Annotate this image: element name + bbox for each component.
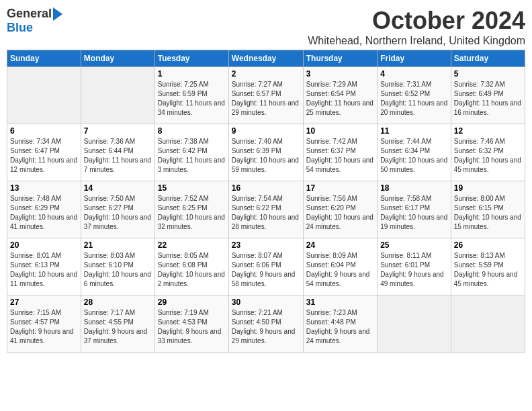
day-number: 23 <box>232 240 300 250</box>
day-number: 25 <box>380 240 448 250</box>
day-info: Sunrise: 7:50 AM Sunset: 6:27 PM Dayligh… <box>84 194 152 232</box>
logo-blue-text: Blue <box>7 21 33 35</box>
day-info: Sunrise: 8:05 AM Sunset: 6:08 PM Dayligh… <box>158 251 226 289</box>
calendar-cell: 24Sunrise: 8:09 AM Sunset: 6:04 PM Dayli… <box>303 238 377 295</box>
day-info: Sunrise: 7:38 AM Sunset: 6:42 PM Dayligh… <box>158 137 226 175</box>
day-number: 20 <box>10 240 78 250</box>
day-number: 9 <box>232 126 300 136</box>
day-number: 22 <box>158 240 226 250</box>
day-info: Sunrise: 7:48 AM Sunset: 6:29 PM Dayligh… <box>10 194 78 232</box>
day-number: 26 <box>454 240 522 250</box>
calendar-cell: 12Sunrise: 7:46 AM Sunset: 6:32 PM Dayli… <box>451 124 525 181</box>
calendar-cell: 21Sunrise: 8:03 AM Sunset: 6:10 PM Dayli… <box>81 238 154 295</box>
calendar-cell: 8Sunrise: 7:38 AM Sunset: 6:42 PM Daylig… <box>154 124 228 181</box>
header-monday: Monday <box>81 50 154 67</box>
day-info: Sunrise: 7:46 AM Sunset: 6:32 PM Dayligh… <box>454 137 522 175</box>
day-number: 14 <box>84 183 152 193</box>
calendar-cell: 30Sunrise: 7:21 AM Sunset: 4:50 PM Dayli… <box>228 295 303 353</box>
day-number: 6 <box>10 126 78 136</box>
calendar-cell: 15Sunrise: 7:52 AM Sunset: 6:25 PM Dayli… <box>154 181 228 238</box>
day-info: Sunrise: 8:09 AM Sunset: 6:04 PM Dayligh… <box>306 251 374 289</box>
day-number: 18 <box>380 183 448 193</box>
day-info: Sunrise: 7:44 AM Sunset: 6:34 PM Dayligh… <box>380 137 448 175</box>
logo: General Blue <box>7 7 62 35</box>
day-number: 4 <box>380 69 448 79</box>
title-area: October 2024 Whitehead, Northern Ireland… <box>308 7 525 47</box>
calendar-cell: 5Sunrise: 7:32 AM Sunset: 6:49 PM Daylig… <box>451 67 525 124</box>
calendar-week-5: 27Sunrise: 7:15 AM Sunset: 4:57 PM Dayli… <box>7 295 525 353</box>
day-number: 19 <box>454 183 522 193</box>
day-number: 3 <box>306 69 374 79</box>
header-thursday: Thursday <box>303 50 377 67</box>
day-number: 29 <box>158 298 226 307</box>
day-number: 12 <box>454 126 522 136</box>
day-info: Sunrise: 7:32 AM Sunset: 6:49 PM Dayligh… <box>454 80 522 118</box>
day-info: Sunrise: 7:42 AM Sunset: 6:37 PM Dayligh… <box>306 137 374 175</box>
day-info: Sunrise: 8:11 AM Sunset: 6:01 PM Dayligh… <box>380 251 448 289</box>
day-info: Sunrise: 7:52 AM Sunset: 6:25 PM Dayligh… <box>158 194 226 232</box>
day-number: 10 <box>306 126 374 136</box>
header-sunday: Sunday <box>7 50 81 67</box>
day-info: Sunrise: 7:17 AM Sunset: 4:55 PM Dayligh… <box>84 308 152 346</box>
day-info: Sunrise: 7:54 AM Sunset: 6:22 PM Dayligh… <box>232 194 300 232</box>
day-info: Sunrise: 8:01 AM Sunset: 6:13 PM Dayligh… <box>10 251 78 289</box>
calendar-cell: 3Sunrise: 7:29 AM Sunset: 6:54 PM Daylig… <box>303 67 377 124</box>
calendar-cell: 6Sunrise: 7:34 AM Sunset: 6:47 PM Daylig… <box>7 124 81 181</box>
location-subtitle: Whitehead, Northern Ireland, United King… <box>308 35 525 47</box>
day-info: Sunrise: 7:19 AM Sunset: 4:53 PM Dayligh… <box>158 308 226 346</box>
calendar-cell <box>81 67 154 124</box>
calendar-header-row: SundayMondayTuesdayWednesdayThursdayFrid… <box>7 50 525 67</box>
calendar-cell: 19Sunrise: 8:00 AM Sunset: 6:15 PM Dayli… <box>451 181 525 238</box>
calendar-cell: 29Sunrise: 7:19 AM Sunset: 4:53 PM Dayli… <box>154 295 228 353</box>
day-info: Sunrise: 7:31 AM Sunset: 6:52 PM Dayligh… <box>380 80 448 118</box>
day-number: 30 <box>232 298 300 307</box>
header-wednesday: Wednesday <box>228 50 303 67</box>
day-number: 17 <box>306 183 374 193</box>
day-number: 1 <box>158 69 226 79</box>
calendar-cell: 1Sunrise: 7:25 AM Sunset: 6:59 PM Daylig… <box>154 67 228 124</box>
calendar-cell: 25Sunrise: 8:11 AM Sunset: 6:01 PM Dayli… <box>378 238 451 295</box>
calendar-cell: 9Sunrise: 7:40 AM Sunset: 6:39 PM Daylig… <box>228 124 303 181</box>
calendar-cell: 18Sunrise: 7:58 AM Sunset: 6:17 PM Dayli… <box>378 181 451 238</box>
calendar-week-2: 6Sunrise: 7:34 AM Sunset: 6:47 PM Daylig… <box>7 124 525 181</box>
day-number: 16 <box>232 183 300 193</box>
logo-general-text: General <box>7 7 52 21</box>
day-number: 27 <box>10 298 78 307</box>
calendar-cell: 31Sunrise: 7:23 AM Sunset: 4:48 PM Dayli… <box>303 295 377 353</box>
calendar-cell: 10Sunrise: 7:42 AM Sunset: 6:37 PM Dayli… <box>303 124 377 181</box>
day-number: 11 <box>380 126 448 136</box>
calendar-cell: 4Sunrise: 7:31 AM Sunset: 6:52 PM Daylig… <box>378 67 451 124</box>
day-info: Sunrise: 8:13 AM Sunset: 5:59 PM Dayligh… <box>454 251 522 289</box>
day-info: Sunrise: 7:21 AM Sunset: 4:50 PM Dayligh… <box>232 308 300 346</box>
day-number: 31 <box>306 298 374 307</box>
day-info: Sunrise: 7:25 AM Sunset: 6:59 PM Dayligh… <box>158 80 226 118</box>
logo-arrow-icon <box>53 7 62 21</box>
day-number: 24 <box>306 240 374 250</box>
header-tuesday: Tuesday <box>154 50 228 67</box>
header-saturday: Saturday <box>451 50 525 67</box>
day-info: Sunrise: 8:07 AM Sunset: 6:06 PM Dayligh… <box>232 251 300 289</box>
day-number: 8 <box>158 126 226 136</box>
day-info: Sunrise: 7:23 AM Sunset: 4:48 PM Dayligh… <box>306 308 374 346</box>
calendar-week-4: 20Sunrise: 8:01 AM Sunset: 6:13 PM Dayli… <box>7 238 525 295</box>
month-title: October 2024 <box>308 7 525 35</box>
calendar-cell: 13Sunrise: 7:48 AM Sunset: 6:29 PM Dayli… <box>7 181 81 238</box>
day-info: Sunrise: 8:03 AM Sunset: 6:10 PM Dayligh… <box>84 251 152 289</box>
calendar-cell: 17Sunrise: 7:56 AM Sunset: 6:20 PM Dayli… <box>303 181 377 238</box>
calendar-cell: 26Sunrise: 8:13 AM Sunset: 5:59 PM Dayli… <box>451 238 525 295</box>
day-number: 5 <box>454 69 522 79</box>
day-info: Sunrise: 7:56 AM Sunset: 6:20 PM Dayligh… <box>306 194 374 232</box>
day-info: Sunrise: 7:40 AM Sunset: 6:39 PM Dayligh… <box>232 137 300 175</box>
day-info: Sunrise: 7:27 AM Sunset: 6:57 PM Dayligh… <box>232 80 300 118</box>
calendar-week-1: 1Sunrise: 7:25 AM Sunset: 6:59 PM Daylig… <box>7 67 525 124</box>
calendar-cell: 16Sunrise: 7:54 AM Sunset: 6:22 PM Dayli… <box>228 181 303 238</box>
calendar-table: SundayMondayTuesdayWednesdayThursdayFrid… <box>7 50 525 353</box>
calendar-cell: 7Sunrise: 7:36 AM Sunset: 6:44 PM Daylig… <box>81 124 154 181</box>
day-info: Sunrise: 7:15 AM Sunset: 4:57 PM Dayligh… <box>10 308 78 346</box>
calendar-cell: 22Sunrise: 8:05 AM Sunset: 6:08 PM Dayli… <box>154 238 228 295</box>
header: General Blue October 2024 Whitehead, Nor… <box>7 7 525 47</box>
day-number: 2 <box>232 69 300 79</box>
day-info: Sunrise: 7:36 AM Sunset: 6:44 PM Dayligh… <box>84 137 152 175</box>
header-friday: Friday <box>378 50 451 67</box>
day-info: Sunrise: 8:00 AM Sunset: 6:15 PM Dayligh… <box>454 194 522 232</box>
